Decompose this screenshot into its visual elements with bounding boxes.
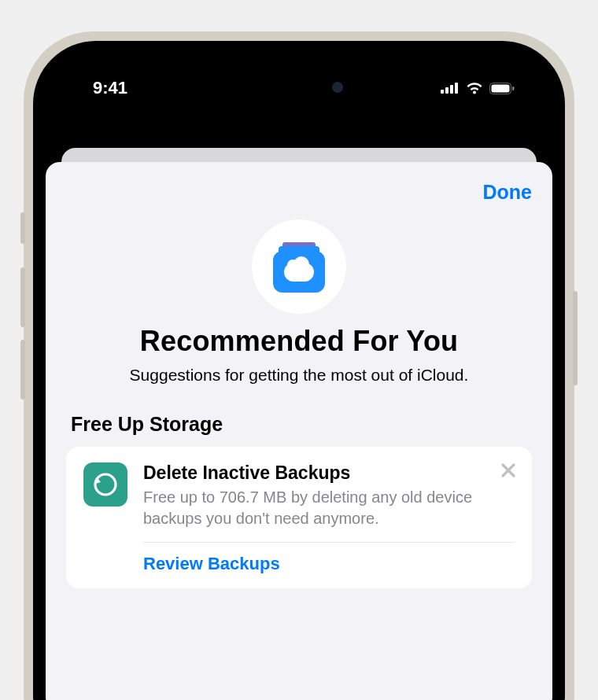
phone-bezel: 9:41 [33, 41, 565, 700]
battery-icon [489, 83, 515, 94]
side-button-power [573, 291, 578, 385]
svg-rect-5 [492, 84, 510, 92]
svg-rect-3 [455, 83, 458, 94]
card-description: Free up to 706.7 MB by deleting any old … [143, 487, 515, 543]
close-icon [499, 461, 518, 480]
side-button-volume-down [20, 340, 25, 400]
svg-rect-0 [441, 90, 444, 94]
cloud-icon [284, 263, 314, 282]
cellular-icon [441, 83, 460, 94]
dynamic-island [244, 71, 354, 104]
done-button[interactable]: Done [483, 181, 533, 204]
status-icons [441, 82, 515, 94]
page-title: Recommended For You [66, 325, 532, 358]
page-subtitle: Suggestions for getting the most out of … [110, 364, 488, 386]
backup-restore-icon [83, 462, 127, 507]
dismiss-button[interactable] [499, 461, 518, 480]
svg-rect-1 [445, 87, 448, 94]
card-title: Delete Inactive Backups [143, 462, 515, 484]
side-button-silent [20, 212, 25, 244]
status-time: 9:41 [93, 78, 127, 98]
svg-rect-6 [512, 87, 515, 90]
svg-rect-2 [450, 85, 453, 94]
wifi-icon [466, 82, 483, 94]
svg-point-7 [95, 474, 116, 495]
side-button-volume-up [20, 267, 25, 327]
nav-bar: Done [66, 181, 532, 204]
section-header: Free Up Storage [66, 413, 532, 436]
front-camera [332, 82, 343, 93]
phone-frame: 9:41 [24, 31, 574, 700]
review-backups-button[interactable]: Review Backups [143, 543, 515, 574]
icloud-storage-icon [273, 241, 325, 293]
header-icon-container [252, 219, 346, 314]
modal-sheet: Done Recommended For You Suggestions for… [46, 162, 552, 700]
card-content: Delete Inactive Backups Free up to 706.7… [143, 462, 515, 574]
suggestion-card: Delete Inactive Backups Free up to 706.7… [66, 447, 532, 588]
screen: 9:41 [46, 53, 552, 700]
